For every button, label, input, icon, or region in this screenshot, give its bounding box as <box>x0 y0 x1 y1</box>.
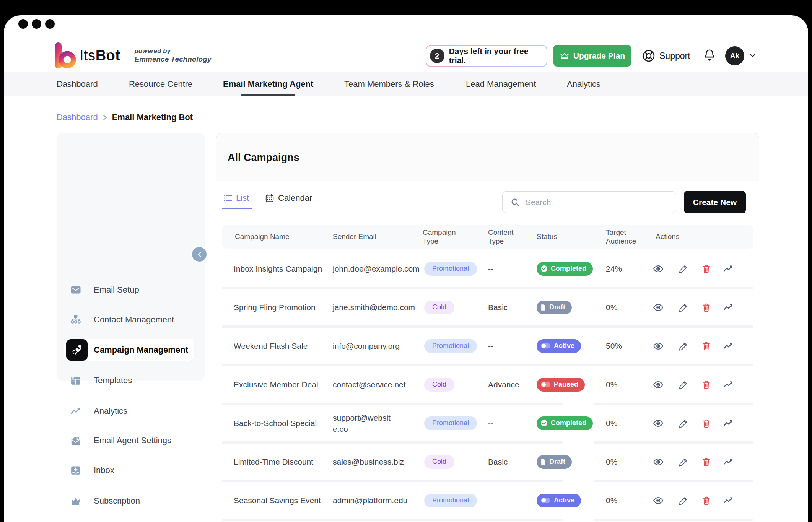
delete-icon[interactable] <box>701 379 711 390</box>
notifications-bell-icon[interactable] <box>703 48 716 63</box>
column-header-campaign-type: Campaign Type <box>423 225 463 249</box>
campaign-name: Inbox Insights Campaign <box>234 264 322 273</box>
nav-tab-team-members-roles[interactable]: Team Members & Roles <box>344 72 434 96</box>
active-tab-underline <box>222 208 252 209</box>
view-icon[interactable] <box>651 456 665 468</box>
delete-icon[interactable] <box>701 456 711 468</box>
breadcrumb: Dashboard Email Marketing Bot <box>57 112 193 123</box>
breadcrumb-dashboard-link[interactable]: Dashboard <box>57 112 98 122</box>
edit-icon[interactable] <box>678 495 689 506</box>
sidebar-collapse-button[interactable] <box>191 246 208 263</box>
campaign-type-pill: Cold <box>424 455 454 469</box>
sidebar-item-label: Email Agent Settings <box>94 436 171 446</box>
window-dot-1 <box>18 19 28 29</box>
analytics-icon[interactable] <box>722 418 735 429</box>
status-badge: Draft <box>537 455 572 469</box>
status-badge: Active <box>537 494 581 507</box>
calendar-icon <box>265 193 275 203</box>
edit-icon[interactable] <box>678 302 689 313</box>
campaign-row: Back-to-School Specialsupport@website.co… <box>222 405 753 441</box>
campaign-type-pill: Cold <box>424 301 454 314</box>
campaign-name: Spring Fling Promotion <box>234 303 316 312</box>
view-icon[interactable] <box>651 495 665 506</box>
campaign-type-pill: Promotional <box>424 339 477 353</box>
view-icon[interactable] <box>651 340 665 352</box>
nav-tab-resource-centre[interactable]: Resource Centre <box>129 72 192 96</box>
edit-icon[interactable] <box>678 418 689 429</box>
analytics-icon[interactable] <box>722 263 735 275</box>
list-icon <box>223 194 233 203</box>
analytics-icon[interactable] <box>722 379 735 390</box>
primary-nav: DashboardResource CentreEmail Marketing … <box>4 72 808 96</box>
create-new-button[interactable]: Create New <box>684 191 746 213</box>
analytics-icon[interactable] <box>722 495 735 506</box>
campaign-row: Spring Fling Promotionjane.smith@demo.co… <box>222 289 753 325</box>
toggle-icon <box>540 497 551 504</box>
delete-icon[interactable] <box>701 418 711 429</box>
target-audience: 0% <box>606 457 617 467</box>
content-type: Basic <box>488 303 508 312</box>
view-icon[interactable] <box>651 418 665 429</box>
campaign-type-pill: Promotional <box>424 262 477 276</box>
content-type: -- <box>488 496 493 505</box>
upgrade-plan-button[interactable]: Upgrade Plan <box>553 45 631 67</box>
campaign-name: Seasonal Savings Event <box>234 496 321 505</box>
column-header-status: Status <box>537 225 557 249</box>
user-avatar[interactable]: Ak <box>725 46 744 65</box>
analytics-icon[interactable] <box>722 302 735 313</box>
delete-icon[interactable] <box>701 495 711 506</box>
nav-tab-email-marketing-agent[interactable]: Email Marketing Agent <box>223 72 313 96</box>
rocket-icon <box>66 339 88 361</box>
sidebar-item-email-agent-settings[interactable]: Email Agent Settings <box>57 430 205 451</box>
campaign-name: Exclusive Member Deal <box>234 380 318 389</box>
sidebar-item-email-setup[interactable]: Email Setup <box>57 279 205 301</box>
sidebar-item-label: Analytics <box>94 406 127 416</box>
sidebar-item-label: Inbox <box>94 465 114 475</box>
window-dot-2 <box>32 19 41 29</box>
search-input[interactable] <box>525 197 656 207</box>
delete-icon[interactable] <box>701 302 711 313</box>
search-field <box>502 191 676 213</box>
nav-tab-lead-management[interactable]: Lead Management <box>466 72 536 96</box>
sidebar-item-inbox[interactable]: Inbox <box>57 460 205 481</box>
tab-list-view[interactable]: List <box>223 193 249 203</box>
sender-email: jane.smith@demo.com <box>333 303 415 312</box>
analytics-icon[interactable] <box>722 456 735 468</box>
sidebar-item-contact-management[interactable]: Contact Management <box>57 309 205 330</box>
nav-tab-analytics[interactable]: Analytics <box>567 72 600 96</box>
edit-icon[interactable] <box>678 340 689 352</box>
sidebar-item-analytics[interactable]: Analytics <box>57 400 205 422</box>
target-audience: 0% <box>606 496 617 505</box>
powered-by: powered by Eminence Technology <box>134 47 211 63</box>
check-icon <box>540 420 548 427</box>
edit-icon[interactable] <box>678 263 689 275</box>
sidebar-item-label: Contact Management <box>94 315 174 325</box>
sender-email: support@website.co <box>333 412 395 434</box>
delete-icon[interactable] <box>701 340 711 352</box>
toggle-icon <box>540 343 551 349</box>
life-buoy-icon <box>642 49 656 63</box>
tab-calendar-view[interactable]: Calendar <box>265 193 312 203</box>
nav-tab-dashboard[interactable]: Dashboard <box>57 72 98 96</box>
content-type: -- <box>488 341 493 351</box>
analytics-icon[interactable] <box>722 340 735 352</box>
view-icon[interactable] <box>651 263 665 275</box>
status-badge: Paused <box>537 378 585 392</box>
delete-icon[interactable] <box>701 263 711 275</box>
view-icon[interactable] <box>651 302 665 313</box>
campaign-row: Exclusive Member Dealcontact@service.net… <box>222 366 753 403</box>
column-header-target-audience: Target Audience <box>606 225 643 249</box>
support-button[interactable]: Support <box>642 47 690 64</box>
templates-icon <box>70 374 82 387</box>
column-header-actions: Actions <box>656 225 679 249</box>
sidebar-item-subscription[interactable]: Subscription <box>57 490 205 512</box>
search-icon <box>510 197 520 207</box>
chevron-down-icon[interactable] <box>749 53 757 58</box>
sidebar-item-campaign-management[interactable]: Campaign Management <box>64 339 194 361</box>
target-audience: 0% <box>606 303 617 312</box>
sidebar-item-templates[interactable]: Templates <box>57 370 205 391</box>
view-icon[interactable] <box>651 379 665 390</box>
edit-icon[interactable] <box>678 456 689 468</box>
campaign-row: Limited-Time Discountsales@business.bizC… <box>222 444 753 480</box>
edit-icon[interactable] <box>678 379 689 390</box>
